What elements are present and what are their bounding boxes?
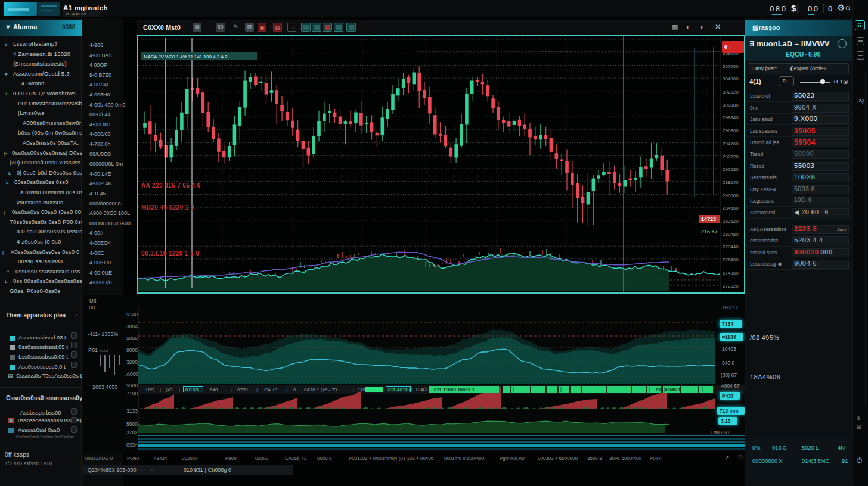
svg-text:280480: 280480 — [723, 232, 739, 237]
svg-text:304960: 304960 — [723, 76, 739, 82]
svg-text:286600: 286600 — [723, 193, 739, 198]
svg-text:282520: 282520 — [723, 219, 739, 224]
svg-text:274360: 274360 — [723, 270, 739, 276]
svg-text:MASA JV W20 1.4% 11 141 100 4.: MASA JV W20 1.4% 11 141 100 4.3 A 2 — [144, 54, 228, 60]
svg-text:300880: 300880 — [723, 102, 739, 108]
svg-text:288640: 288640 — [723, 180, 739, 185]
svg-text:292720: 292720 — [723, 154, 739, 160]
svg-text:298840: 298840 — [723, 115, 739, 120]
svg-text:307000: 307000 — [723, 64, 739, 69]
svg-text:294760: 294760 — [723, 141, 739, 147]
svg-text:296800: 296800 — [723, 128, 739, 133]
svg-text:276400: 276400 — [723, 257, 739, 263]
svg-text:302920: 302920 — [723, 89, 739, 95]
svg-text:290680: 290680 — [723, 167, 739, 172]
svg-text:278440: 278440 — [723, 244, 739, 250]
svg-text:284560: 284560 — [723, 205, 739, 211]
svg-text:272320: 272320 — [723, 284, 739, 289]
